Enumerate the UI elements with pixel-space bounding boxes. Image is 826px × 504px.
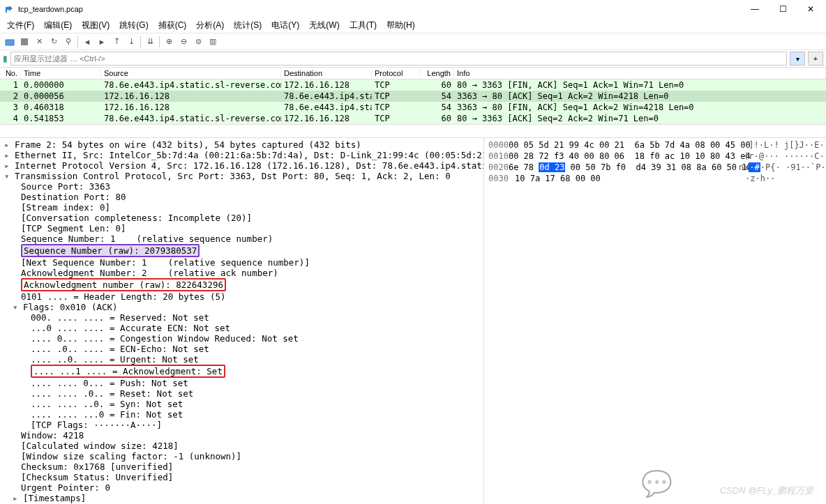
window-controls: — ☐ ✕ xyxy=(741,0,825,18)
tree-window[interactable]: Window: 4218 xyxy=(0,430,483,441)
menu-wireless[interactable]: 无线(W) xyxy=(305,18,343,33)
toolbar-fwd-icon[interactable]: ► xyxy=(95,35,109,49)
toolbar: ✕ ↻ ⚲ ◄ ► ⤒ ⤓ ⇊ ⊕ ⊖ ⊜ ▥ xyxy=(0,33,826,50)
display-filter-input[interactable] xyxy=(10,52,787,66)
tree-frame[interactable]: Frame 2: 54 bytes on wire (432 bits), 54… xyxy=(0,139,483,150)
tree-flag-fin[interactable]: .... .... ...0 = Fin: Not set xyxy=(0,409,483,420)
tree-flag-reserved[interactable]: 000. .... .... = Reserved: Not set xyxy=(0,312,483,323)
tree-eth[interactable]: Ethernet II, Src: IntelCor_5b:7d:4a (00:… xyxy=(0,150,483,160)
packet-list-rows: 10.00000078.6e.e443.ip4.static.sl-revers… xyxy=(0,79,826,124)
col-len[interactable]: Length xyxy=(421,68,454,79)
window-title: tcp_teardown.pcap xyxy=(18,5,83,13)
toolbar-reload-icon[interactable]: ↻ xyxy=(47,35,61,49)
tree-dstport[interactable]: Destination Port: 80 xyxy=(0,192,483,202)
watermark: CSDN @FLy_鹏程万里 xyxy=(720,484,813,497)
svg-rect-0 xyxy=(6,40,14,45)
col-src[interactable]: Source xyxy=(101,68,281,79)
toolbar-open-icon[interactable] xyxy=(3,35,17,49)
maximize-button[interactable]: ☐ xyxy=(769,0,797,18)
col-time[interactable]: Time xyxy=(21,68,101,79)
tree-flag-ae[interactable]: ...0 .... .... = Accurate ECN: Not set xyxy=(0,323,483,333)
toolbar-jump-icon[interactable]: ⤒ xyxy=(110,35,123,49)
menu-file[interactable]: 文件(F) xyxy=(3,18,38,33)
tree-nextseq[interactable]: [Next Sequence Number: 1 (relative seque… xyxy=(0,257,483,268)
col-no[interactable]: No. xyxy=(0,68,21,79)
tree-ip[interactable]: Internet Protocol Version 4, Src: 172.16… xyxy=(0,160,483,171)
tree-seqrel[interactable]: Sequence Number: 1 (relative sequence nu… xyxy=(0,234,483,244)
splitter-h[interactable] xyxy=(0,124,826,138)
tree-flag-syn[interactable]: .... .... ..0. = Syn: Not set xyxy=(0,399,483,409)
packet-row[interactable]: 10.00000078.6e.e443.ip4.static.sl-revers… xyxy=(0,79,826,91)
col-proto[interactable]: Protocol xyxy=(372,68,421,79)
tree-tcpflags[interactable]: [TCP Flags: ·······A····] xyxy=(0,420,483,430)
packet-row[interactable]: 40.54185378.6e.e443.ip4.static.sl-revers… xyxy=(0,113,826,124)
bookmark-icon[interactable]: ▮ xyxy=(3,54,8,63)
filter-bar: ▮ ▾ + xyxy=(0,50,826,67)
tree-flag-cwr[interactable]: .... 0... .... = Congestion Window Reduc… xyxy=(0,333,483,344)
menu-edit[interactable]: 编辑(E) xyxy=(40,18,76,33)
tree-completeness[interactable]: [Conversation completeness: Incomplete (… xyxy=(0,213,483,223)
app-icon xyxy=(4,4,14,14)
close-button[interactable]: ✕ xyxy=(797,0,825,18)
tree-tcp[interactable]: Transmission Control Protocol, Src Port:… xyxy=(0,171,483,181)
tree-flag-ece[interactable]: .... .0.. .... = ECN-Echo: Not set xyxy=(0,344,483,354)
tree-flag-rst[interactable]: .... .... .0.. = Reset: Not set xyxy=(0,388,483,399)
packet-row[interactable]: 20.000056172.16.16.12878.6e.e443.ip4.sta… xyxy=(0,91,826,102)
tree-seqraw[interactable]: Sequence Number (raw): 2079380537 xyxy=(0,244,483,257)
toolbar-resize-cols-icon[interactable]: ▥ xyxy=(206,35,220,49)
packet-details[interactable]: Frame 2: 54 bytes on wire (432 bits), 54… xyxy=(0,138,484,504)
hex-line[interactable]: 001000 28 72 f3 40 00 80 06 18 f0 ac 10 … xyxy=(484,151,826,162)
tree-calcwin[interactable]: [Calculated window size: 4218] xyxy=(0,441,483,451)
toolbar-save-icon[interactable] xyxy=(17,35,31,49)
svg-rect-1 xyxy=(21,38,28,45)
tree-flags[interactable]: Flags: 0x010 (ACK) xyxy=(0,302,483,312)
toolbar-zoom-1-icon[interactable]: ⊜ xyxy=(191,35,205,49)
toolbar-find-icon[interactable]: ⚲ xyxy=(61,35,75,49)
tree-streamidx[interactable]: [Stream index: 0] xyxy=(0,202,483,213)
tree-hdrlen[interactable]: 0101 .... = Header Length: 20 bytes (5) xyxy=(0,291,483,302)
tree-seglen[interactable]: [TCP Segment Len: 0] xyxy=(0,223,483,234)
tree-cksumstat[interactable]: [Checksum Status: Unverified] xyxy=(0,472,483,482)
toolbar-zoom-in-icon[interactable]: ⊕ xyxy=(162,35,176,49)
menu-tools[interactable]: 工具(T) xyxy=(345,18,381,33)
packet-row[interactable]: 30.460318172.16.16.12878.6e.e443.ip4.sta… xyxy=(0,102,826,113)
menu-view[interactable]: 视图(V) xyxy=(77,18,114,33)
menu-stats[interactable]: 统计(S) xyxy=(230,18,266,33)
bottom-panes: Frame 2: 54 bytes on wire (432 bits), 54… xyxy=(0,138,826,504)
toolbar-back-icon[interactable]: ◄ xyxy=(80,35,94,49)
menu-tel[interactable]: 电话(Y) xyxy=(267,18,303,33)
tree-flag-psh[interactable]: .... .... 0... = Push: Not set xyxy=(0,378,483,388)
col-info[interactable]: Info xyxy=(454,68,826,79)
tree-flag-ack[interactable]: .... ...1 .... = Acknowledgment: Set xyxy=(0,365,483,378)
menu-go[interactable]: 跳转(G) xyxy=(115,18,152,33)
toolbar-zoom-out-icon[interactable]: ⊖ xyxy=(177,35,190,49)
packet-list-header: No. Time Source Destination Protocol Len… xyxy=(0,67,826,79)
tree-flag-urg[interactable]: .... ..0. .... = Urgent: Not set xyxy=(0,354,483,365)
filter-apply-button[interactable]: ▾ xyxy=(790,52,805,66)
tree-srcport[interactable]: Source Port: 3363 xyxy=(0,181,483,192)
tree-ackraw[interactable]: Acknowledgment number (raw): 822643296 xyxy=(0,278,483,291)
toolbar-close-icon[interactable]: ✕ xyxy=(32,35,46,49)
wechat-icon: 💬 xyxy=(641,469,673,498)
toolbar-jump-last-icon[interactable]: ⤓ xyxy=(124,35,138,49)
menu-capture[interactable]: 捕获(C) xyxy=(154,18,191,33)
tree-timestamps[interactable]: [Timestamps] xyxy=(0,493,483,503)
tree-urgptr[interactable]: Urgent Pointer: 0 xyxy=(0,482,483,493)
titlebar: tcp_teardown.pcap — ☐ ✕ xyxy=(0,0,826,18)
col-dst[interactable]: Destination xyxy=(281,68,372,79)
menubar: 文件(F) 编辑(E) 视图(V) 跳转(G) 捕获(C) 分析(A) 统计(S… xyxy=(0,18,826,33)
packet-list: No. Time Source Destination Protocol Len… xyxy=(0,67,826,124)
hex-line[interactable]: 003010 7a 17 68 00 00·z·h·· xyxy=(484,173,826,184)
toolbar-autoscroll-icon[interactable]: ⇊ xyxy=(143,35,157,49)
hex-line[interactable]: 000000 05 5d 21 99 4c 00 21 6a 5b 7d 4a … xyxy=(484,139,826,151)
tree-ackrel[interactable]: Acknowledgment Number: 2 (relative ack n… xyxy=(0,268,483,278)
menu-analyze[interactable]: 分析(A) xyxy=(192,18,228,33)
filter-expr-button[interactable]: + xyxy=(808,52,823,66)
packet-bytes[interactable]: 000000 05 5d 21 99 4c 00 21 6a 5b 7d 4a … xyxy=(484,138,826,504)
menu-help[interactable]: 帮助(H) xyxy=(382,18,419,33)
hex-line[interactable]: 00206e 78 0d 23 00 50 7b f0 d4 39 31 08 … xyxy=(484,162,826,173)
minimize-button[interactable]: — xyxy=(741,0,769,18)
tree-scalefac[interactable]: [Window size scaling factor: -1 (unknown… xyxy=(0,451,483,461)
tree-cksum[interactable]: Checksum: 0x1768 [unverified] xyxy=(0,461,483,472)
